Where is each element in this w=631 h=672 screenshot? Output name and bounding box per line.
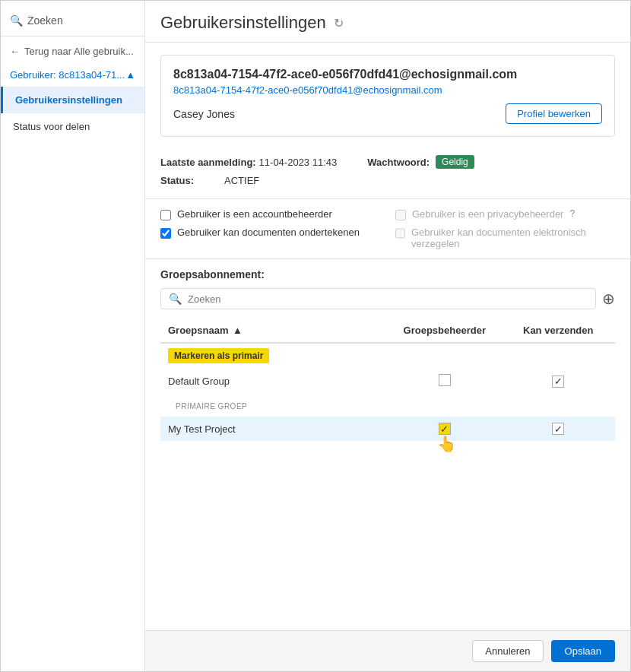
- table-row: Default Group ✓: [160, 368, 615, 395]
- admin-checkbox-default[interactable]: [388, 368, 502, 395]
- admin-cb-yellow-wrapper[interactable]: ✓ 👆: [395, 423, 494, 435]
- info-icon[interactable]: ?: [569, 208, 575, 219]
- sidebar-user-label: Gebruiker: 8c813a04-71...: [10, 69, 125, 81]
- account-admin-label: Gebruiker is een accountbeheerder: [177, 208, 332, 220]
- seal-docs-checkbox: [395, 228, 405, 239]
- group-name-default: Default Group: [160, 368, 388, 395]
- col-header-admin: Groepsbeheerder: [388, 319, 502, 343]
- user-card: 8c813a04-7154-47f2-ace0-e056f70dfd41@ech…: [160, 55, 615, 137]
- table-row: My Test Project ✓ 👆 ✓: [160, 417, 615, 441]
- password-label: Wachtwoord:: [367, 157, 430, 168]
- save-button[interactable]: Opslaan: [551, 640, 615, 662]
- user-email-link[interactable]: 8c813a04-7154-47f2-ace0-e056f70dfd41@ech…: [173, 84, 602, 96]
- info-row-login: Laatste aanmelding: 11-04-2023 11:43 Wac…: [160, 155, 615, 169]
- admin-cb-empty[interactable]: [439, 374, 451, 386]
- send-checkbox-default[interactable]: ✓: [502, 368, 616, 395]
- table-row-badge: Markeren als primair: [160, 343, 615, 368]
- group-title: Groepsabonnement:: [160, 268, 615, 281]
- sign-docs-checkbox[interactable]: [160, 228, 171, 239]
- user-name-row: Casey Jones Profiel bewerken: [173, 103, 602, 124]
- sidebar-back-label: Terug naar Alle gebruik...: [24, 46, 134, 57]
- footer: Annuleren Opslaan: [145, 630, 630, 671]
- checkbox-sign-docs[interactable]: Gebruiker kan documenten ondertekenen: [160, 227, 380, 249]
- sidebar: 🔍 Zoeken ← Terug naar Alle gebruik... Ge…: [1, 1, 145, 671]
- add-group-button[interactable]: ⊕: [602, 290, 615, 308]
- spacer: [145, 450, 630, 630]
- user-email-main: 8c813a04-7154-47f2-ace0-e056f70dfd41@ech…: [173, 68, 602, 81]
- sort-arrow-icon[interactable]: ▲: [233, 325, 243, 336]
- sidebar-search-label: Zoeken: [27, 14, 63, 27]
- chevron-up-icon: ▲: [125, 69, 135, 81]
- checkbox-privacy-admin: Gebruiker is een privacybeheerder ?: [395, 208, 615, 220]
- refresh-icon[interactable]: ↻: [334, 16, 344, 30]
- account-admin-checkbox[interactable]: [160, 210, 171, 220]
- last-login-label: Laatste aanmelding:: [160, 157, 256, 168]
- info-section: Laatste aanmelding: 11-04-2023 11:43 Wac…: [145, 149, 630, 199]
- group-search-box[interactable]: 🔍: [160, 288, 596, 309]
- info-row-status: Status: ACTIEF: [160, 175, 615, 186]
- sidebar-item-status-voor-delen[interactable]: Status voor delen: [1, 113, 144, 140]
- badge-primair[interactable]: Markeren als primair: [168, 348, 269, 363]
- sidebar-divider: [1, 36, 144, 36]
- group-search-input[interactable]: [188, 293, 588, 305]
- sign-docs-label: Gebruiker kan documenten ondertekenen: [177, 227, 360, 238]
- send-checkbox-project[interactable]: ✓: [502, 417, 616, 441]
- primary-group-label: PRIMAIRE GROEP: [168, 401, 607, 410]
- col-header-group: Groepsnaam ▲: [160, 319, 388, 343]
- profile-edit-button[interactable]: Profiel bewerken: [506, 103, 602, 124]
- search-icon: 🔍: [10, 14, 23, 27]
- group-section: Groepsabonnement: 🔍 ⊕ Groepsnaam ▲ Groep…: [145, 259, 630, 450]
- table-header-row: Groepsnaam ▲ Groepsbeheerder Kan verzend…: [160, 319, 615, 343]
- checkbox-grid: Gebruiker is een accountbeheerder Gebrui…: [160, 208, 615, 249]
- cancel-button[interactable]: Annuleren: [472, 640, 543, 662]
- sidebar-search[interactable]: 🔍 Zoeken: [1, 8, 144, 33]
- checkbox-account-admin[interactable]: Gebruiker is een accountbeheerder: [160, 208, 380, 220]
- sidebar-back-button[interactable]: ← Terug naar Alle gebruik...: [1, 40, 144, 63]
- group-search-icon: 🔍: [169, 293, 182, 305]
- table-row-primary-label: PRIMAIRE GROEP: [160, 395, 615, 417]
- checkbox-seal-docs: Gebruiker kan documenten elektronisch ve…: [395, 227, 615, 249]
- group-search-add-row: 🔍 ⊕: [160, 288, 615, 309]
- user-full-name: Casey Jones: [173, 108, 235, 120]
- last-login-value: 11-04-2023 11:43: [259, 157, 338, 168]
- page-title: Gebruikersinstellingen: [160, 13, 326, 33]
- status-label: Status:: [160, 175, 194, 186]
- send-cb-checked-project[interactable]: ✓: [552, 423, 564, 435]
- sidebar-user-heading[interactable]: Gebruiker: 8c813a04-71... ▲: [1, 63, 144, 87]
- password-badge: Geldig: [436, 155, 474, 169]
- admin-cb-yellow[interactable]: ✓: [439, 423, 451, 435]
- main-header: Gebruikersinstellingen ↻: [145, 1, 630, 43]
- checkboxes-section: Gebruiker is een accountbeheerder Gebrui…: [145, 199, 630, 259]
- privacy-admin-label: Gebruiker is een privacybeheerder: [412, 208, 563, 220]
- group-table: Groepsnaam ▲ Groepsbeheerder Kan verzend…: [160, 319, 615, 441]
- send-cb-checked[interactable]: ✓: [552, 376, 564, 388]
- main-content: Gebruikersinstellingen ↻ 8c813a04-7154-4…: [145, 1, 630, 671]
- sidebar-item-gebruikersinstellingen[interactable]: Gebruikersinstellingen: [1, 87, 144, 113]
- status-value: ACTIEF: [224, 175, 259, 186]
- back-arrow-icon: ←: [10, 46, 20, 57]
- group-name-project: My Test Project: [160, 417, 388, 441]
- seal-docs-label: Gebruiker kan documenten elektronisch ve…: [411, 227, 615, 249]
- privacy-admin-checkbox: [395, 210, 406, 220]
- admin-checkbox-project[interactable]: ✓ 👆: [388, 417, 502, 441]
- col-header-send: Kan verzenden: [502, 319, 616, 343]
